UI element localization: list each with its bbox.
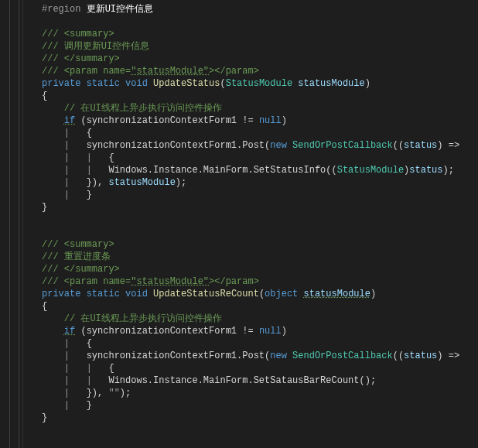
code-line[interactable]: | } <box>23 399 478 412</box>
indent-pipe: | <box>64 400 70 411</box>
code-line[interactable]: /// </summary> <box>23 53 478 65</box>
indent-pipe: | <box>64 351 70 361</box>
punct: ); <box>176 177 186 188</box>
kw-null: null <box>259 115 282 126</box>
code-line[interactable]: | | Windows.Instance.MainForm.SetStatusI… <box>23 164 478 176</box>
post-arg: statusModule <box>108 177 175 188</box>
variable: synchronizationContextForm1 <box>87 115 237 126</box>
code-line[interactable]: { <box>23 90 478 102</box>
doc-comment: /// <param name= <box>42 276 131 287</box>
kw-private: private <box>42 78 80 89</box>
brace-open: { <box>87 338 92 349</box>
indent-pipe: | <box>64 375 70 386</box>
brace-open: { <box>42 91 47 101</box>
code-line[interactable]: /// <param name="statusModule"></param> <box>23 65 478 77</box>
punct: ); <box>443 165 454 176</box>
delegate-type: SendOrPostCallback <box>292 140 393 151</box>
code-line[interactable] <box>23 15 478 28</box>
comment-cn: // 在UI线程上异步执行访问控件操作 <box>64 313 222 324</box>
code-line[interactable]: /// 重置进度条 <box>23 251 478 263</box>
code-line[interactable]: /// </summary> <box>23 263 478 275</box>
operator: != <box>237 115 259 126</box>
doc-comment: /// </summary> <box>42 264 120 275</box>
kw-private: private <box>42 289 80 299</box>
code-line[interactable]: | synchronizationContextForm1.Post(new S… <box>23 350 478 362</box>
post-call: synchronizationContextForm1.Post( <box>87 351 271 361</box>
code-line[interactable]: | | Windows.Instance.MainForm.SetSatausB… <box>23 374 478 387</box>
comment-cn: // 在UI线程上异步执行访问控件操作 <box>64 103 222 114</box>
indent-pipe: | <box>64 190 70 200</box>
doc-comment: /// </summary> <box>42 53 120 64</box>
brace-open: { <box>87 128 92 139</box>
kw-if: if <box>64 326 75 337</box>
code-line[interactable]: private static void UpdateStatusReCount(… <box>23 288 478 300</box>
lambda-arrow: ) => <box>437 140 459 151</box>
doc-comment: ></param> <box>209 276 259 287</box>
code-line[interactable]: | | { <box>23 152 478 164</box>
indent-pipe: | <box>64 363 70 374</box>
region-title: 更新UI控件信息 <box>87 4 153 15</box>
doc-param-name: "statusModule" <box>131 276 209 287</box>
code-line[interactable]: #region 更新UI控件信息 <box>23 3 478 15</box>
code-line[interactable]: | }), ""); <box>23 387 478 399</box>
code-line[interactable]: /// <summary> <box>23 238 478 251</box>
brace-close: } <box>87 400 92 411</box>
code-line[interactable]: | { <box>23 337 478 350</box>
brace-close: } <box>42 202 47 213</box>
preproc-region: #region <box>42 4 80 15</box>
code-line[interactable] <box>23 424 478 436</box>
doc-comment: ></param> <box>209 66 259 77</box>
param-type: StatusModule <box>226 78 292 89</box>
code-line[interactable]: | | { <box>23 362 478 374</box>
gutter-indent-line <box>9 0 10 448</box>
code-line[interactable]: /// 调用更新UI控件信息 <box>23 40 478 53</box>
lambda-param: status <box>404 140 437 151</box>
code-line[interactable]: // 在UI线程上异步执行访问控件操作 <box>23 102 478 115</box>
operator: != <box>237 326 259 337</box>
doc-comment: /// <summary> <box>42 29 114 39</box>
doc-comment: /// <param name= <box>42 66 131 77</box>
code-line[interactable]: | synchronizationContextForm1.Post(new S… <box>23 139 478 152</box>
kw-static: static <box>87 289 120 299</box>
kw-new: new <box>270 351 287 361</box>
delegate-type: SendOrPostCallback <box>292 351 393 361</box>
doc-comment: /// 调用更新UI控件信息 <box>42 41 149 52</box>
code-editor[interactable]: #region 更新UI控件信息 /// <summary> /// 调用更新U… <box>23 3 478 448</box>
code-line[interactable]: | }), statusModule); <box>23 176 478 189</box>
variable: synchronizationContextForm1 <box>87 326 237 337</box>
code-line[interactable]: } <box>23 412 478 424</box>
inner-call: Windows.Instance.MainForm.SetSatausBarRe… <box>108 375 376 386</box>
method-name: UpdateStatus <box>153 78 220 89</box>
code-line[interactable] <box>23 226 478 238</box>
param-name: statusModule <box>304 289 370 299</box>
code-line[interactable]: } <box>23 201 478 214</box>
code-line[interactable]: if (synchronizationContextForm1 != null) <box>23 115 478 127</box>
kw-new: new <box>270 140 287 151</box>
code-line[interactable]: /// <summary> <box>23 28 478 40</box>
indent-pipe: | <box>64 140 70 151</box>
post-close: }), <box>87 177 109 188</box>
code-line[interactable]: if (synchronizationContextForm1 != null) <box>23 325 478 337</box>
kw-null: null <box>259 326 282 337</box>
punct: ); <box>120 388 131 398</box>
code-line[interactable]: // 在UI线程上异步执行访问控件操作 <box>23 313 478 325</box>
post-close: }), <box>87 388 109 398</box>
code-line[interactable] <box>23 436 478 448</box>
code-line[interactable] <box>23 214 478 226</box>
brace-open: { <box>108 363 114 374</box>
doc-comment: /// <summary> <box>42 239 114 250</box>
code-line[interactable]: private static void UpdateStatus(StatusM… <box>23 77 478 90</box>
code-line[interactable]: { <box>23 300 478 313</box>
code-line[interactable]: /// <param name="statusModule"></param> <box>23 275 478 288</box>
brace-close: } <box>42 412 47 423</box>
brace-open: { <box>108 152 114 163</box>
post-call: synchronizationContextForm1.Post( <box>87 140 271 151</box>
kw-void: void <box>125 78 148 89</box>
cast-type: StatusModule <box>337 165 404 176</box>
inner-call: Windows.Instance.MainForm.SetStatusInfo(… <box>108 165 336 176</box>
code-line[interactable]: | { <box>23 127 478 139</box>
doc-comment: /// 重置进度条 <box>42 251 111 262</box>
kw-static: static <box>87 78 120 89</box>
indent-pipe: | <box>64 338 70 349</box>
code-line[interactable]: | } <box>23 189 478 201</box>
